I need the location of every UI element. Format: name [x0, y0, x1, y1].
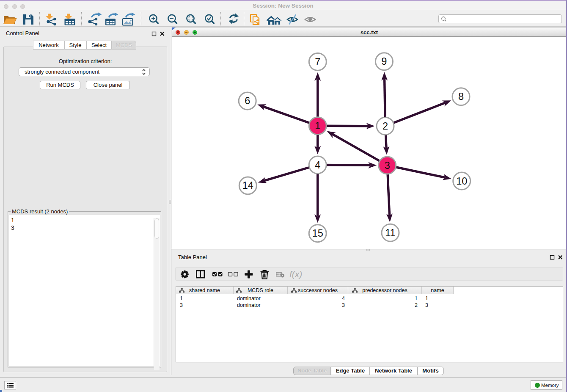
svg-text:14: 14 [242, 180, 253, 191]
svg-text:8: 8 [458, 91, 464, 102]
svg-text:f(x): f(x) [289, 269, 302, 279]
svg-text:7: 7 [315, 56, 320, 67]
svg-text:2: 2 [383, 121, 388, 132]
svg-text:3: 3 [385, 160, 390, 171]
svg-text:15: 15 [312, 228, 323, 239]
svg-text:4: 4 [315, 160, 320, 171]
svg-text:1: 1 [315, 120, 320, 131]
svg-text:6: 6 [245, 95, 250, 106]
svg-text:9: 9 [381, 56, 387, 67]
svg-text:10: 10 [456, 176, 467, 187]
svg-text:11: 11 [385, 227, 395, 238]
